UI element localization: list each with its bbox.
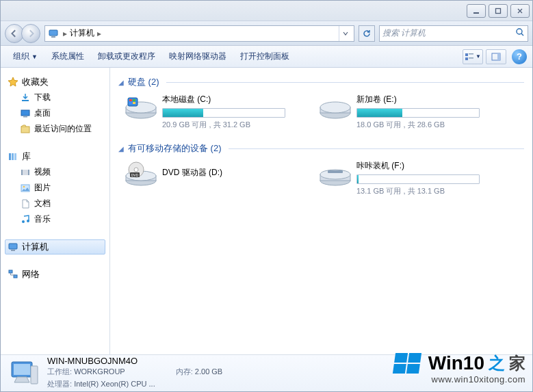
drive-label: 咔咔装机 (F:) <box>356 160 496 172</box>
breadcrumb-computer[interactable]: 计算机 <box>68 27 96 39</box>
maximize-button[interactable] <box>489 4 508 18</box>
svg-rect-25 <box>9 244 17 249</box>
nav-buttons <box>5 24 40 43</box>
chevron-down-icon: ▼ <box>476 53 481 60</box>
sidebar-item-recent[interactable]: 最近访问的位置 <box>5 121 105 137</box>
recent-icon <box>20 124 31 135</box>
group-title: 硬盘 (2) <box>128 76 159 88</box>
memory-value: 2.00 GB <box>195 367 222 376</box>
help-icon: ? <box>517 51 522 62</box>
svg-point-4 <box>517 29 522 34</box>
drive-label: 本地磁盘 (C:) <box>162 94 302 105</box>
titlebar <box>1 1 532 21</box>
svg-rect-1 <box>496 8 501 13</box>
svg-rect-50 <box>328 170 343 173</box>
minimize-button[interactable] <box>467 4 486 18</box>
mapdrive-label: 映射网络驱动器 <box>169 51 226 62</box>
control-panel-button[interactable]: 打开控制面板 <box>233 46 296 67</box>
search-input[interactable]: 搜索 计算机 <box>379 25 528 42</box>
star-icon <box>8 77 18 88</box>
main-area: 收藏夹 下载 桌面 最近访问的位置 库 视频 图片 文档 音乐 计算机 <box>1 68 532 354</box>
address-dropdown[interactable] <box>339 26 351 41</box>
forward-button[interactable] <box>21 24 40 43</box>
system-properties-button[interactable]: 系统属性 <box>44 46 91 67</box>
sidebar-item-music[interactable]: 音乐 <box>5 211 105 227</box>
sidebar-computer[interactable]: 计算机 <box>5 239 105 254</box>
svg-rect-26 <box>11 250 15 251</box>
svg-rect-10 <box>497 53 500 60</box>
desktop-icon <box>20 108 31 119</box>
computer-name: WIN-MNUBGOJNM4O <box>47 356 222 366</box>
hdd-icon <box>318 94 352 121</box>
sidebar-item-desktop[interactable]: 桌面 <box>5 105 105 121</box>
drive-dvd-d[interactable]: DVD DVD 驱动器 (D:) <box>124 160 302 196</box>
memory-key: 内存: <box>176 367 193 376</box>
close-button[interactable] <box>510 4 530 18</box>
preview-pane-button[interactable] <box>486 49 506 64</box>
library-icon <box>8 151 18 162</box>
document-icon <box>20 198 31 209</box>
svg-rect-0 <box>473 12 479 14</box>
sidebar-favorites[interactable]: 收藏夹 <box>5 75 105 90</box>
sidebar-network-label: 网络 <box>22 268 40 280</box>
controlpanel-label: 打开控制面板 <box>240 51 289 62</box>
svg-rect-12 <box>21 110 29 116</box>
svg-rect-11 <box>22 100 29 101</box>
triangle-down-icon: ◢ <box>118 79 124 86</box>
sidebar-item-videos[interactable]: 视频 <box>5 164 105 180</box>
address-bar[interactable]: ▸ 计算机 ▸ <box>44 25 354 42</box>
sidebar-network[interactable]: 网络 <box>5 267 105 282</box>
svg-rect-35 <box>129 102 132 104</box>
organize-menu[interactable]: 组织▼ <box>6 46 44 67</box>
drive-info: 20.9 GB 可用 , 共 31.2 GB <box>162 120 302 130</box>
drive-label: 新加卷 (E:) <box>356 94 496 105</box>
svg-rect-2 <box>49 30 57 36</box>
sidebar-computer-label: 计算机 <box>22 241 49 253</box>
windows-logo-icon <box>393 353 421 374</box>
download-icon <box>20 92 31 103</box>
drive-local-c[interactable]: 本地磁盘 (C:) 20.9 GB 可用 , 共 31.2 GB <box>124 94 302 130</box>
search-placeholder: 搜索 计算机 <box>382 27 426 39</box>
group-title: 有可移动存储的设备 (2) <box>128 142 222 155</box>
drive-volume-e[interactable]: 新加卷 (E:) 18.0 GB 可用 , 共 28.6 GB <box>318 94 496 130</box>
svg-rect-5 <box>465 53 468 56</box>
help-button[interactable]: ? <box>512 49 527 64</box>
svg-rect-27 <box>9 270 12 273</box>
music-icon <box>20 214 31 225</box>
map-drive-button[interactable]: 映射网络驱动器 <box>162 46 233 67</box>
triangle-down-icon: ◢ <box>118 145 124 153</box>
computer-icon <box>8 241 18 252</box>
svg-point-23 <box>22 220 25 223</box>
sidebar-item-label: 视频 <box>34 166 51 178</box>
uninstall-programs-button[interactable]: 卸载或更改程序 <box>91 46 162 67</box>
network-icon <box>8 269 18 280</box>
workgroup-value: WORKGROUP <box>74 367 125 376</box>
svg-rect-52 <box>14 364 30 375</box>
watermark: Win10 之家 www.win10xitong.com <box>394 352 525 384</box>
computer-large-icon <box>8 359 40 388</box>
drive-label: DVD 驱动器 (D:) <box>162 167 302 179</box>
svg-rect-8 <box>469 57 473 59</box>
svg-rect-15 <box>9 153 11 160</box>
svg-point-24 <box>27 220 29 222</box>
svg-rect-28 <box>14 275 17 278</box>
view-mode-button[interactable]: ▼ <box>463 49 483 64</box>
sidebar-item-label: 下载 <box>34 92 51 103</box>
content-pane: ◢ 硬盘 (2) 本地磁盘 (C:) 20.9 GB 可用 , 共 31.2 G… <box>110 68 532 354</box>
sidebar-libraries[interactable]: 库 <box>5 149 105 164</box>
hdd-icon <box>124 94 158 121</box>
svg-rect-34 <box>133 99 135 101</box>
svg-rect-7 <box>465 57 468 60</box>
group-header-hdd[interactable]: ◢ 硬盘 (2) <box>118 76 524 88</box>
sidebar-item-pictures[interactable]: 图片 <box>5 180 105 196</box>
video-icon <box>20 167 31 178</box>
watermark-jia: 家 <box>509 352 525 374</box>
group-header-removable[interactable]: ◢ 有可移动存储的设备 (2) <box>118 142 524 155</box>
capacity-bar <box>356 174 480 184</box>
svg-rect-36 <box>133 102 135 104</box>
sidebar-item-documents[interactable]: 文档 <box>5 196 105 211</box>
drive-removable-f[interactable]: 咔咔装机 (F:) 13.1 GB 可用 , 共 13.1 GB <box>318 160 496 196</box>
refresh-button[interactable] <box>359 25 375 42</box>
sidebar-item-downloads[interactable]: 下载 <box>5 90 105 105</box>
svg-rect-13 <box>23 116 27 118</box>
